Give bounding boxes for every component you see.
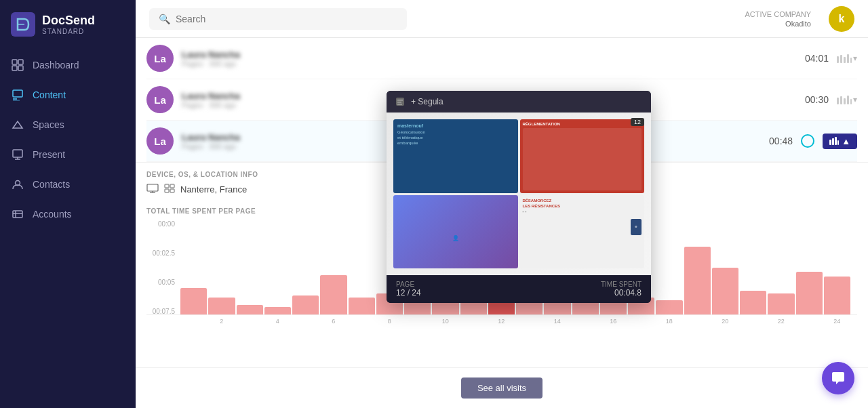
svg-rect-25 bbox=[850, 99, 852, 104]
monitor-icon bbox=[146, 184, 159, 195]
svg-rect-13 bbox=[13, 211, 22, 218]
y-label: 00:00 bbox=[146, 220, 175, 228]
avatar[interactable]: k bbox=[829, 6, 854, 32]
bar[interactable] bbox=[796, 272, 823, 314]
x-label bbox=[572, 318, 599, 325]
sidebar-item-label: Dashboard bbox=[33, 60, 79, 70]
active-company-label: ACTIVE COMPANY bbox=[745, 9, 811, 19]
svg-rect-29 bbox=[837, 140, 839, 145]
y-label: 00:05 bbox=[146, 279, 175, 286]
time-label: TIME SPENT bbox=[601, 281, 642, 288]
svg-rect-40 bbox=[170, 189, 174, 192]
y-label: 00:02.5 bbox=[146, 249, 175, 257]
visit-avatar: La bbox=[146, 45, 174, 72]
svg-rect-4 bbox=[12, 66, 17, 70]
sidebar-item-label: Present bbox=[33, 149, 65, 160]
visit-avatar: La bbox=[146, 127, 174, 155]
x-label: 16 bbox=[600, 318, 627, 325]
bar[interactable] bbox=[237, 305, 263, 314]
x-label: 24 bbox=[824, 318, 850, 325]
chart-button[interactable]: ▲ bbox=[823, 134, 857, 149]
sidebar-item-content[interactable]: Content bbox=[0, 80, 136, 110]
svg-rect-21 bbox=[837, 98, 839, 104]
bar[interactable] bbox=[264, 307, 291, 314]
header: 🔍 ACTIVE COMPANY Okadito k bbox=[136, 0, 868, 38]
search-box[interactable]: 🔍 bbox=[149, 8, 407, 30]
x-label bbox=[404, 318, 431, 325]
sidebar-item-present[interactable]: Present bbox=[0, 140, 136, 169]
x-label bbox=[180, 318, 207, 325]
sidebar-item-dashboard[interactable]: Dashboard bbox=[0, 50, 136, 80]
app-name: DocSend bbox=[42, 14, 95, 26]
svg-rect-17 bbox=[840, 55, 842, 63]
doc-preview-footer: PAGE 12 / 24 TIME SPENT 00:04.8 bbox=[387, 275, 651, 303]
search-icon: 🔍 bbox=[159, 14, 170, 24]
svg-rect-27 bbox=[832, 138, 834, 145]
svg-rect-28 bbox=[835, 137, 837, 145]
svg-rect-24 bbox=[847, 96, 849, 104]
see-all-button[interactable]: See all visits bbox=[461, 378, 542, 399]
sidebar-item-spaces[interactable]: Spaces bbox=[0, 110, 136, 140]
progress-indicator bbox=[801, 134, 814, 148]
svg-rect-16 bbox=[837, 56, 839, 63]
bar[interactable] bbox=[208, 298, 235, 314]
chat-button[interactable] bbox=[822, 362, 854, 394]
doc-preview-header: + Segula bbox=[387, 91, 651, 113]
bar[interactable] bbox=[320, 275, 347, 314]
y-axis-labels: 00:07.5 00:05 00:02.5 00:00 bbox=[146, 220, 179, 315]
dashboard-icon bbox=[11, 58, 24, 72]
bar[interactable] bbox=[824, 277, 850, 314]
main-content: 🔍 ACTIVE COMPANY Okadito k La Laura Nanc… bbox=[136, 0, 868, 408]
x-label: 18 bbox=[656, 318, 682, 325]
contacts-icon bbox=[11, 178, 24, 191]
svg-rect-3 bbox=[18, 60, 23, 64]
bar[interactable] bbox=[349, 298, 375, 314]
grid-icon bbox=[164, 184, 175, 195]
svg-rect-37 bbox=[165, 184, 169, 188]
x-label: 22 bbox=[768, 318, 794, 325]
sidebar-item-label: Content bbox=[33, 89, 66, 100]
svg-rect-18 bbox=[844, 57, 846, 63]
bar[interactable] bbox=[656, 300, 682, 314]
sidebar-item-label: Contacts bbox=[33, 179, 70, 190]
sidebar-nav: Dashboard Content Spaces bbox=[0, 45, 136, 408]
x-axis-labels: 24681012141618202224 bbox=[146, 318, 857, 325]
visit-name: Laura Nancha bbox=[182, 49, 783, 60]
svg-rect-32 bbox=[397, 102, 401, 103]
content-area: La Laura Nancha Pages · 300 ago 04:01 ▾ … bbox=[136, 38, 868, 408]
visit-sparkline[interactable]: ▾ bbox=[837, 54, 857, 63]
sidebar-item-accounts[interactable]: Accounts bbox=[0, 199, 136, 229]
svg-rect-34 bbox=[147, 184, 158, 191]
bar[interactable] bbox=[180, 288, 207, 314]
spaces-icon bbox=[11, 118, 24, 131]
svg-rect-23 bbox=[844, 98, 846, 104]
visit-row: La Laura Nancha Pages · 300 ago 04:01 ▾ bbox=[146, 38, 857, 79]
accounts-icon bbox=[11, 207, 24, 221]
bar[interactable] bbox=[740, 291, 766, 314]
content-icon bbox=[11, 88, 24, 102]
document-preview: + Segula masternouf Géolocalisationet té… bbox=[387, 91, 651, 303]
x-label: 10 bbox=[432, 318, 458, 325]
y-label: 00:07.5 bbox=[146, 308, 175, 315]
doc-preview-image: masternouf Géolocalisationet télématique… bbox=[387, 113, 651, 275]
logo-text: DocSend STANDARD bbox=[42, 14, 95, 35]
search-input[interactable] bbox=[176, 14, 397, 24]
x-label bbox=[628, 318, 654, 325]
svg-rect-19 bbox=[847, 54, 849, 63]
bar[interactable] bbox=[684, 247, 711, 314]
bar[interactable] bbox=[768, 293, 794, 314]
visit-sparkline[interactable]: ▾ bbox=[837, 95, 857, 104]
docsend-logo-icon bbox=[11, 12, 35, 37]
visit-info: Laura Nancha Pages · 300 ago bbox=[182, 49, 783, 68]
x-label: 4 bbox=[264, 318, 291, 325]
x-label: 2 bbox=[208, 318, 235, 325]
bar[interactable] bbox=[292, 295, 319, 314]
svg-rect-6 bbox=[13, 90, 22, 97]
x-label: 14 bbox=[544, 318, 570, 325]
sidebar-item-contacts[interactable]: Contacts bbox=[0, 169, 136, 199]
present-icon bbox=[11, 148, 24, 161]
svg-rect-38 bbox=[170, 184, 174, 188]
svg-rect-31 bbox=[397, 100, 403, 101]
svg-rect-26 bbox=[829, 140, 831, 145]
bar[interactable] bbox=[712, 268, 738, 315]
